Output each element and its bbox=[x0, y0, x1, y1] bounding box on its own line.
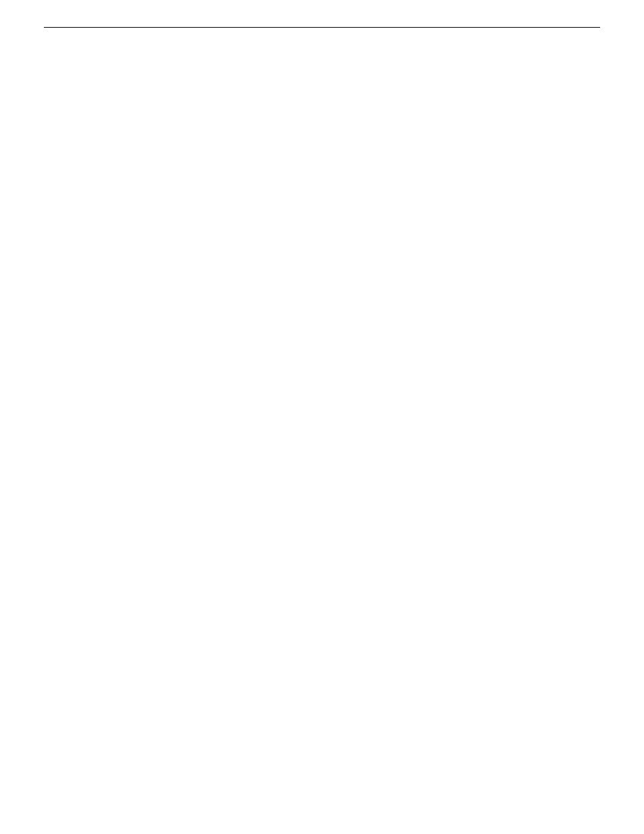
horizontal-rule bbox=[44, 27, 600, 28]
page: Advanced Settings Search in: DEFAULTDOMA… bbox=[0, 0, 644, 28]
